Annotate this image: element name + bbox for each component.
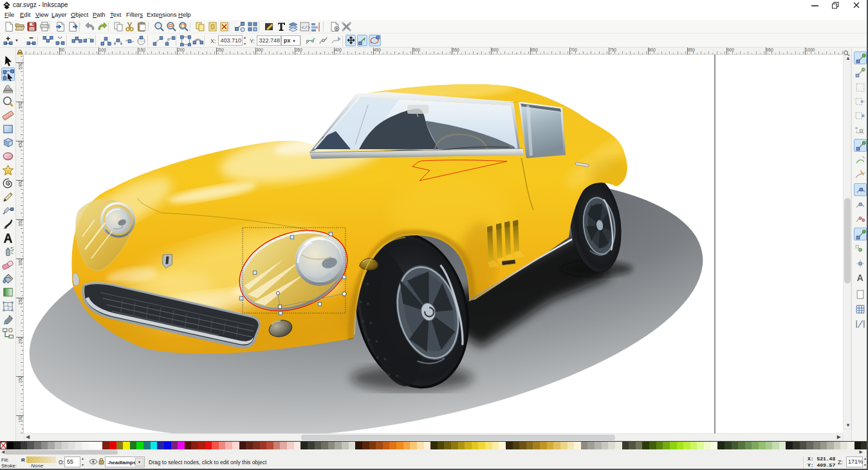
svg-text:A: A xyxy=(857,273,863,283)
svg-text:</>: </> xyxy=(301,24,310,30)
